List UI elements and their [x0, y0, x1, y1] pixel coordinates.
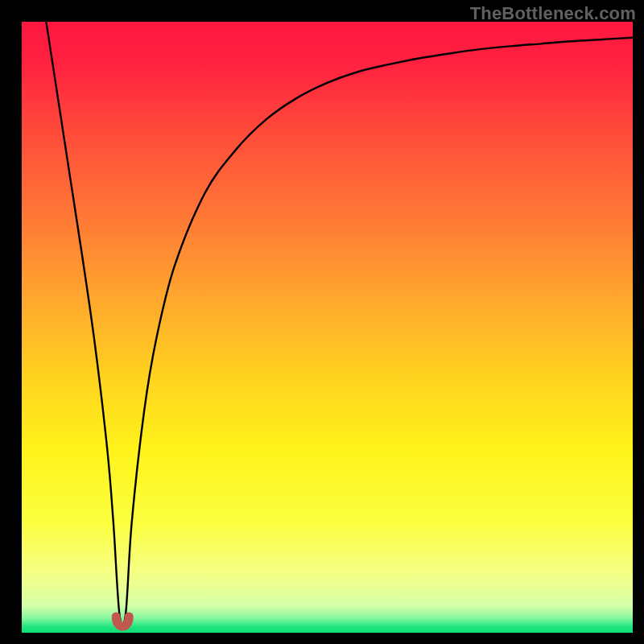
watermark-label: TheBottleneck.com [470, 3, 636, 24]
plot-area [22, 22, 633, 633]
bottleneck-chart [0, 0, 644, 644]
